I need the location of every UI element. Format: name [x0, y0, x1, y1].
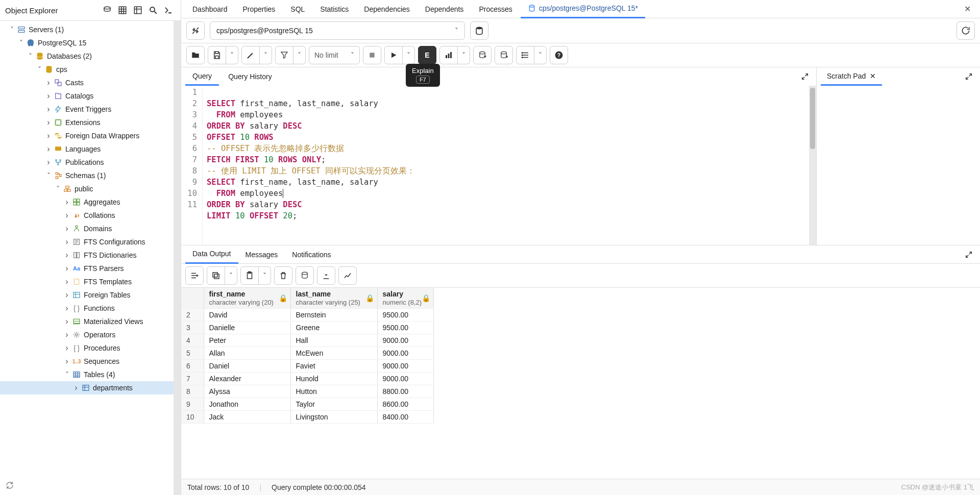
stop-button[interactable]: [363, 46, 381, 64]
functions-node[interactable]: Functions: [0, 302, 181, 315]
pg-server-node[interactable]: PostgreSQL 15: [0, 36, 181, 50]
domains-node[interactable]: Domains: [0, 222, 181, 235]
chevron-down-icon[interactable]: [62, 370, 71, 379]
tab-query-tool[interactable]: cps/postgres@PostgreSQL 15*: [521, 0, 645, 18]
table-row[interactable]: 10 Jack Livingston 8400.00: [181, 411, 433, 424]
chart-button[interactable]: [338, 266, 357, 285]
table-row[interactable]: 6 Daniel Faviet 9000.00: [181, 360, 433, 373]
cell-last-name[interactable]: McEwen: [290, 347, 377, 360]
tab-dependencies[interactable]: Dependencies: [357, 0, 417, 18]
chevron-right-icon[interactable]: [62, 330, 71, 339]
cell-last-name[interactable]: Taylor: [290, 398, 377, 411]
editor-scrollbar[interactable]: [809, 86, 816, 245]
cell-last-name[interactable]: Livingston: [290, 411, 377, 424]
add-row-button[interactable]: [185, 266, 204, 285]
column-first-name[interactable]: first_namecharacter varying (20)🔒: [204, 288, 290, 309]
chevron-right-icon[interactable]: [44, 131, 53, 140]
reset-layout-button[interactable]: [957, 21, 975, 40]
catalogs-node[interactable]: Catalogs: [0, 89, 181, 103]
copy-button[interactable]: [207, 266, 225, 285]
publications-node[interactable]: Publications: [0, 156, 181, 169]
explain-dropdown[interactable]: [458, 46, 470, 64]
save-dropdown[interactable]: [226, 46, 238, 64]
table-row[interactable]: 3 Danielle Greene 9500.00: [181, 321, 433, 334]
tables-node[interactable]: Tables (4): [0, 368, 181, 381]
column-salary[interactable]: salarynumeric (8,2)🔒: [377, 288, 433, 309]
chevron-down-icon[interactable]: [44, 171, 53, 180]
db-cps-node[interactable]: cps: [0, 63, 181, 76]
tab-close-icon[interactable]: ✕: [964, 4, 976, 14]
casts-node[interactable]: Casts: [0, 76, 181, 89]
chevron-down-icon[interactable]: [53, 185, 62, 193]
chevron-right-icon[interactable]: [62, 211, 71, 220]
grid-icon-btn[interactable]: [115, 3, 130, 17]
table-row[interactable]: 7 Alexander Hunold 9000.00: [181, 373, 433, 385]
servers-node[interactable]: Servers (1): [0, 23, 181, 36]
close-icon[interactable]: ✕: [870, 72, 876, 80]
table-row[interactable]: 5 Allan McEwen 9000.00: [181, 347, 433, 360]
cell-first-name[interactable]: Alyssa: [204, 385, 290, 398]
chevron-down-icon[interactable]: [26, 52, 35, 60]
paste-dropdown[interactable]: [259, 266, 271, 285]
limit-selector[interactable]: No limit: [309, 46, 360, 64]
mat-views-node[interactable]: Materialized Views: [0, 315, 181, 328]
sequences-node[interactable]: 1..3Sequences: [0, 355, 181, 368]
sql-editor[interactable]: 1234567891011 SELECT first_name, last_na…: [181, 86, 816, 245]
chevron-right-icon[interactable]: [62, 343, 71, 353]
fts-dict-node[interactable]: FTS Dictionaries: [0, 249, 181, 262]
explain-button[interactable]: E: [418, 46, 436, 64]
cell-last-name[interactable]: Faviet: [290, 360, 377, 373]
table-row[interactable]: 9 Jonathon Taylor 8600.00: [181, 398, 433, 411]
expand-scratch-icon[interactable]: [962, 69, 976, 84]
tree-scrollbar[interactable]: [174, 21, 181, 495]
table-row[interactable]: 4 Peter Hall 9000.00: [181, 334, 433, 347]
cell-salary[interactable]: 9000.00: [377, 373, 433, 385]
help-button[interactable]: ?: [550, 46, 568, 64]
chevron-right-icon[interactable]: [62, 357, 71, 366]
chevron-right-icon[interactable]: [62, 290, 71, 300]
filter-button[interactable]: [275, 46, 293, 64]
event-triggers-node[interactable]: Event Triggers: [0, 103, 181, 116]
cell-last-name[interactable]: Hunold: [290, 373, 377, 385]
chevron-right-icon[interactable]: [44, 118, 53, 127]
chevron-right-icon[interactable]: [62, 224, 71, 233]
rollback-button[interactable]: [495, 46, 513, 64]
databases-node[interactable]: Databases (2): [0, 50, 181, 63]
extensions-node[interactable]: Extensions: [0, 116, 181, 129]
connection-selector[interactable]: cps/postgres@PostgreSQL 15: [210, 21, 465, 40]
filter-dropdown[interactable]: [293, 46, 306, 64]
copy-dropdown[interactable]: [225, 266, 237, 285]
refresh-icon[interactable]: [5, 481, 14, 490]
chevron-right-icon[interactable]: [62, 237, 71, 246]
filter-grid-icon-btn[interactable]: [131, 3, 145, 17]
chevron-right-icon[interactable]: [44, 144, 53, 154]
cell-first-name[interactable]: Daniel: [204, 360, 290, 373]
terminal-icon-btn[interactable]: [161, 3, 176, 17]
macros-button[interactable]: [516, 46, 534, 64]
save-data-button[interactable]: [296, 266, 314, 285]
chevron-right-icon[interactable]: [62, 197, 71, 207]
table-row[interactable]: 2 David Bernstein 9500.00: [181, 309, 433, 321]
download-button[interactable]: [317, 266, 335, 285]
chevron-right-icon[interactable]: [44, 158, 53, 167]
chevron-right-icon[interactable]: [44, 105, 53, 114]
chevron-right-icon[interactable]: [44, 78, 53, 87]
public-schema-node[interactable]: public: [0, 182, 181, 195]
cell-salary[interactable]: 9000.00: [377, 360, 433, 373]
object-tree[interactable]: Servers (1) PostgreSQL 15 Databases (2) …: [0, 21, 181, 495]
cell-salary[interactable]: 8800.00: [377, 385, 433, 398]
disconnect-button[interactable]: [186, 21, 205, 40]
tab-properties[interactable]: Properties: [236, 0, 283, 18]
chevron-right-icon[interactable]: [62, 317, 71, 326]
chevron-right-icon[interactable]: [71, 383, 81, 392]
aggregates-node[interactable]: Aggregates: [0, 195, 181, 209]
cell-first-name[interactable]: Jonathon: [204, 398, 290, 411]
departments-table-node[interactable]: departments: [0, 381, 181, 394]
commit-button[interactable]: [473, 46, 492, 64]
cell-first-name[interactable]: Allan: [204, 347, 290, 360]
expand-output-icon[interactable]: [962, 247, 976, 262]
chevron-down-icon[interactable]: [7, 26, 16, 34]
open-file-button[interactable]: [186, 46, 205, 64]
foreign-tables-node[interactable]: Foreign Tables: [0, 288, 181, 302]
cell-salary[interactable]: 9000.00: [377, 347, 433, 360]
